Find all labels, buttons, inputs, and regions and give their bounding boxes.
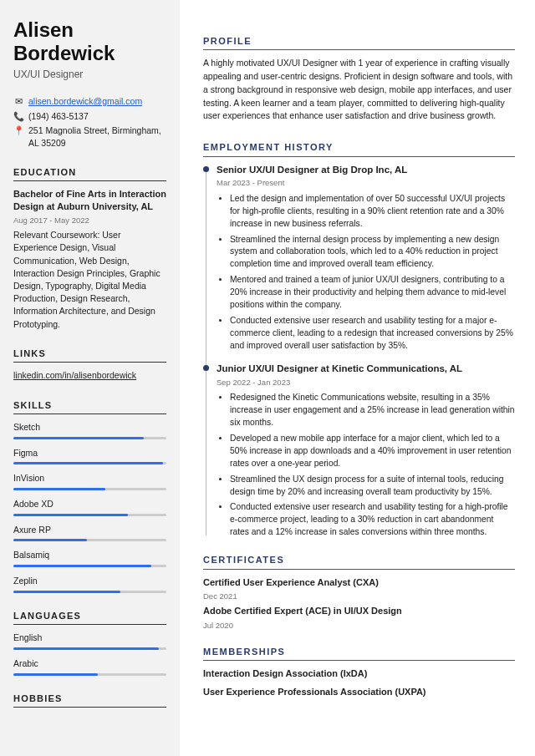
linkedin-link[interactable]: linkedin.com/in/alisenbordewick — [13, 370, 136, 380]
skills-list: SketchFigmaInVisionAdobe XDAxure RPBalsa… — [13, 421, 166, 593]
divider — [13, 180, 166, 181]
skill-name: Balsamiq — [13, 549, 166, 561]
languages-heading: LANGUAGES — [13, 610, 166, 622]
employment-heading: EMPLOYMENT HISTORY — [203, 141, 515, 154]
skill-bar — [13, 673, 166, 676]
divider — [13, 624, 166, 625]
job-entry: Senior UX/UI Designer at Big Drop Inc, A… — [217, 164, 515, 353]
job-position: Senior UX/UI Designer at Big Drop Inc, A… — [217, 164, 515, 176]
contact-address-row: 📍 251 Magnolia Street, Birmingham, AL 35… — [13, 124, 166, 149]
email-icon: ✉ — [13, 95, 23, 108]
skill-name: English — [13, 632, 166, 644]
memberships-heading: MEMBERSHIPS — [203, 646, 515, 658]
hobbies-heading: HOBBIES — [13, 693, 166, 705]
contact-email-row: ✉ alisen.bordewick@gmail.com — [13, 95, 166, 108]
certificate-item: Adobe Certified Expert (ACE) in UI/UX De… — [203, 605, 515, 631]
certificate-date: Dec 2021 — [203, 591, 515, 601]
job-position: Junior UX/UI Designer at Kinetic Communi… — [217, 363, 515, 375]
first-name: Alisen — [13, 18, 74, 41]
membership-item: User Experience Professionals Associatio… — [203, 686, 515, 698]
skill-name: Arabic — [13, 657, 166, 670]
last-name: Bordewick — [13, 42, 115, 64]
job-bullet: Mentored and trained a team of junior UX… — [230, 274, 515, 312]
sidebar: Alisen Bordewick UX/UI Designer ✉ alisen… — [0, 0, 180, 756]
resume-page: Alisen Bordewick UX/UI Designer ✉ alisen… — [0, 0, 535, 756]
phone-text: (194) 463-5137 — [28, 110, 89, 123]
skill-bar — [13, 647, 166, 650]
job-entry: Junior UX/UI Designer at Kinetic Communi… — [217, 363, 515, 539]
skill-name: InVision — [13, 472, 166, 485]
links-heading: LINKS — [13, 348, 166, 360]
divider — [203, 569, 515, 570]
skill-item: Balsamiq — [13, 549, 166, 567]
certificate-name: Certified User Experience Analyst (CXA) — [203, 576, 515, 589]
divider — [13, 707, 166, 708]
job-bullet: Redesigned the Kinetic Communications we… — [230, 392, 515, 429]
certificates-list: Certified User Experience Analyst (CXA)D… — [203, 576, 515, 631]
divider — [203, 660, 515, 661]
skill-bar — [13, 565, 166, 567]
address-text: 251 Magnolia Street, Birmingham, AL 3520… — [28, 124, 166, 149]
certificate-name: Adobe Certified Expert (ACE) in UI/UX De… — [203, 605, 515, 617]
skill-item: Axure RP — [13, 524, 166, 542]
job-date: Mar 2023 - Present — [217, 177, 515, 188]
skill-item: English — [13, 632, 166, 650]
profile-text: A highly motivated UX/UI Designer with 1… — [203, 57, 515, 123]
skill-bar — [13, 437, 166, 439]
certificates-heading: CERTIFICATES — [203, 554, 515, 566]
skill-name: Figma — [13, 447, 166, 459]
education-date: Aug 2017 - May 2022 — [13, 215, 166, 226]
education-details: Relevant Coursework: User Experience Des… — [13, 229, 166, 331]
job-bullet: Conducted extensive user research and us… — [230, 315, 515, 353]
certificate-item: Certified User Experience Analyst (CXA)D… — [203, 576, 515, 602]
skill-name: Sketch — [13, 421, 166, 434]
job-bullet: Conducted extensive user research and us… — [230, 501, 515, 539]
skill-name: Zeplin — [13, 575, 166, 587]
job-title: UX/UI Designer — [13, 68, 166, 82]
job-bullet: Streamlined the internal design process … — [230, 234, 515, 271]
skill-bar — [13, 462, 166, 464]
education-heading: EDUCATION — [13, 166, 166, 179]
skill-item: Figma — [13, 447, 166, 465]
skill-bar — [13, 539, 166, 541]
skill-item: InVision — [13, 472, 166, 490]
job-bullet: Streamlined the UX design process for a … — [230, 474, 515, 499]
divider — [203, 156, 515, 157]
skill-item: Adobe XD — [13, 498, 166, 516]
contact-phone-row: 📞 (194) 463-5137 — [13, 110, 166, 123]
person-name: Alisen Bordewick — [13, 18, 166, 64]
languages-list: EnglishArabic — [13, 632, 166, 675]
education-degree: Bachelor of Fine Arts in Interaction Des… — [13, 188, 166, 213]
main-content: PROFILE A highly motivated UX/UI Designe… — [180, 0, 535, 756]
employment-timeline: Senior UX/UI Designer at Big Drop Inc, A… — [203, 164, 515, 540]
divider — [13, 414, 166, 414]
skill-bar — [13, 591, 166, 593]
membership-item: Interaction Design Association (IxDA) — [203, 667, 515, 680]
profile-heading: PROFILE — [203, 35, 515, 48]
phone-icon: 📞 — [13, 110, 23, 123]
skill-item: Arabic — [13, 657, 166, 676]
location-icon: 📍 — [13, 124, 23, 137]
divider — [203, 49, 515, 50]
skill-name: Axure RP — [13, 524, 166, 536]
skill-item: Sketch — [13, 421, 166, 439]
job-bullet: Developed a new mobile app interface for… — [230, 433, 515, 470]
job-bullet: Led the design and implementation of ove… — [230, 193, 515, 231]
memberships-list: Interaction Design Association (IxDA)Use… — [203, 667, 515, 698]
skill-name: Adobe XD — [13, 498, 166, 510]
job-date: Sep 2022 - Jan 2023 — [217, 377, 515, 388]
skill-bar — [13, 514, 166, 516]
divider — [13, 362, 166, 363]
skill-item: Zeplin — [13, 575, 166, 593]
email-link[interactable]: alisen.bordewick@gmail.com — [28, 95, 142, 108]
skill-bar — [13, 488, 166, 490]
certificate-date: Jul 2020 — [203, 620, 515, 631]
skills-heading: SKILLS — [13, 399, 166, 412]
